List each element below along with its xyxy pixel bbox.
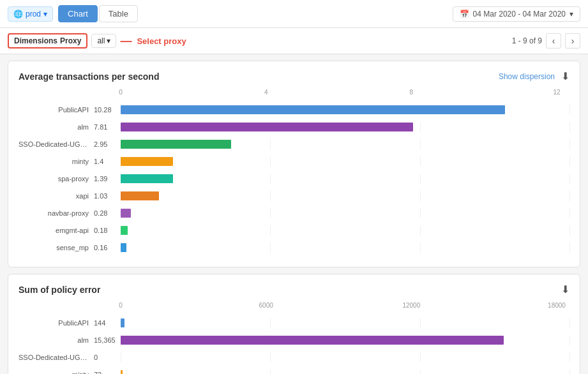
bar-container xyxy=(121,243,569,253)
tab-chart[interactable]: Chart xyxy=(58,5,98,22)
row-value: 7.81 xyxy=(94,123,121,131)
bar-container xyxy=(121,174,569,184)
chart-row: SSO-Dedicated-UG-Pr...0 xyxy=(19,350,569,364)
hint-text: Select proxy xyxy=(137,36,186,46)
axis-label: 6000 xyxy=(259,302,273,309)
grid-line xyxy=(420,139,421,149)
bar-container xyxy=(121,105,569,115)
grid-line xyxy=(420,318,421,328)
bar xyxy=(121,209,131,218)
grid-line xyxy=(569,370,570,374)
grid-line xyxy=(270,352,271,363)
grid-line xyxy=(569,243,570,253)
row-label: minty xyxy=(19,371,94,374)
select-proxy-hint: — Select proxy xyxy=(120,34,186,48)
pagination-text: 1 - 9 of 9 xyxy=(512,36,542,45)
chart-row: spa-proxy1.39 xyxy=(19,172,569,186)
chevron-down-icon: ▾ xyxy=(43,10,47,19)
grid-line xyxy=(121,352,121,363)
axis-label: 0 xyxy=(119,89,123,96)
proxy-label: Proxy xyxy=(60,36,81,45)
chart2-title: Sum of policy error xyxy=(19,285,100,295)
dimensions-label: Dimensions xyxy=(14,36,57,45)
chart-row: minty1.4 xyxy=(19,154,569,168)
bar xyxy=(121,105,505,114)
axis-label: 18000 xyxy=(548,302,566,309)
next-page-button[interactable]: › xyxy=(565,33,580,49)
grid-line xyxy=(569,335,570,345)
prev-page-button[interactable]: ‹ xyxy=(546,33,561,49)
grid-line xyxy=(569,225,570,236)
grid-line xyxy=(420,156,421,167)
chevron-down-icon: ▾ xyxy=(569,10,573,19)
grid-line xyxy=(270,243,271,253)
grid-line xyxy=(270,318,271,328)
env-selector[interactable]: 🌐 prod ▾ xyxy=(8,6,53,22)
tab-table[interactable]: Table xyxy=(99,5,138,22)
row-label: alm xyxy=(19,123,94,131)
download-chart2-button[interactable]: ⬇ xyxy=(561,283,569,295)
bar-container xyxy=(121,370,569,374)
grid-line xyxy=(420,370,421,374)
grid-line xyxy=(270,174,271,184)
grid-line xyxy=(420,122,421,132)
row-value: 0 xyxy=(94,354,121,361)
row-value: 10.28 xyxy=(94,106,121,114)
row-label: sense_mp xyxy=(19,244,94,251)
dimensions-proxy-selector[interactable]: Dimensions Proxy xyxy=(8,33,87,49)
chart-row: PublicAPI144 xyxy=(19,316,569,330)
bar-container xyxy=(121,335,569,345)
row-value: 0.28 xyxy=(94,209,121,217)
bar xyxy=(121,191,159,200)
all-dropdown[interactable]: all ▾ xyxy=(91,34,116,48)
date-range-selector[interactable]: 📅 04 Mar 2020 - 04 Mar 2020 ▾ xyxy=(453,6,580,22)
grid-line xyxy=(270,191,271,201)
grid-line xyxy=(420,225,421,236)
grid-line xyxy=(270,225,271,236)
chart-row: PublicAPI10.28 xyxy=(19,103,569,117)
calendar-icon: 📅 xyxy=(460,10,469,19)
chart-row: SSO-Dedicated-UG-Pr...2.95 xyxy=(19,137,569,151)
pagination: 1 - 9 of 9 ‹ › xyxy=(512,33,580,49)
grid-line xyxy=(569,174,570,184)
filter-left: Dimensions Proxy all ▾ — Select proxy xyxy=(8,33,186,49)
row-value: 1.4 xyxy=(94,158,121,165)
grid-line xyxy=(569,352,570,363)
grid-line xyxy=(420,352,421,363)
bar xyxy=(121,140,231,149)
chart1-actions: Show dispersion ⬇ xyxy=(499,70,569,82)
grid-line xyxy=(569,208,570,218)
bar-container xyxy=(121,352,569,363)
axis-label: 8 xyxy=(410,89,414,96)
bar xyxy=(121,336,504,345)
policy-error-bar-chart: 060001200018000PublicAPI144alm15,365SSO-… xyxy=(19,302,569,374)
date-range-text: 04 Mar 2020 - 04 Mar 2020 xyxy=(473,10,566,19)
chart-rows: PublicAPI10.28alm7.81SSO-Dedicated-UG-Pr… xyxy=(19,103,569,255)
row-value: 0.16 xyxy=(94,244,121,251)
axis-label: 12 xyxy=(553,89,560,96)
chart-row: navbar-proxy0.28 xyxy=(19,206,569,220)
axis-label: 12000 xyxy=(402,302,420,309)
row-label: minty xyxy=(19,158,94,165)
bar xyxy=(121,243,126,252)
globe-icon: 🌐 xyxy=(13,10,23,19)
download-chart1-button[interactable]: ⬇ xyxy=(561,70,569,82)
policy-error-chart-card: Sum of policy error ⬇ 060001200018000Pub… xyxy=(8,274,580,374)
bar xyxy=(121,157,173,166)
row-label: xapi xyxy=(19,192,94,200)
chart-row: xapi1.03 xyxy=(19,189,569,203)
filter-bar: Dimensions Proxy all ▾ — Select proxy 1 … xyxy=(0,28,588,54)
row-label: PublicAPI xyxy=(19,319,94,327)
axis-label: 4 xyxy=(264,89,268,96)
avg-transactions-bar-chart: 04812PublicAPI10.28alm7.81SSO-Dedicated-… xyxy=(19,89,569,255)
chart-row: emgmt-api0.18 xyxy=(19,223,569,237)
bar-container xyxy=(121,139,569,149)
bar xyxy=(121,318,124,327)
row-value: 1.03 xyxy=(94,192,121,200)
main-content: Average transactions per second Show dis… xyxy=(0,54,588,374)
grid-line xyxy=(569,122,570,132)
bar-container xyxy=(121,122,569,132)
axis-label: 0 xyxy=(119,302,123,309)
show-dispersion-button[interactable]: Show dispersion xyxy=(499,72,555,81)
bar xyxy=(121,226,128,235)
